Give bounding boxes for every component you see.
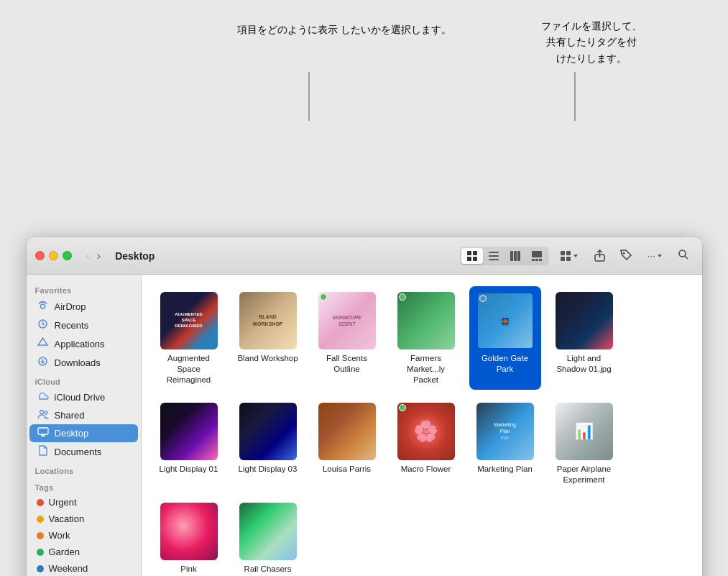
file-thumb-louisa — [318, 403, 376, 460]
file-grid: AUGMENTEDSPACEREIMAGINED Augmented Space… — [142, 275, 702, 576]
locations-label: Locations — [27, 461, 141, 477]
sidebar-item-downloads[interactable]: Downloads — [29, 353, 138, 372]
svg-rect-6 — [489, 252, 499, 253]
icloud-label: iCloud — [27, 372, 141, 388]
svg-rect-30 — [38, 428, 48, 434]
vacation-label: Vacation — [49, 513, 85, 524]
sidebar-item-documents[interactable]: Documents — [29, 442, 138, 461]
sidebar-section-favorites: Favorites AirDrop — [27, 280, 141, 372]
file-item-light-shadow[interactable]: Light and Shadow 01.jpg — [548, 286, 620, 390]
file-item-light01[interactable]: Light Display 01 — [153, 397, 225, 490]
desktop-icon — [37, 427, 50, 439]
file-thumb-light03 — [239, 403, 297, 460]
sidebar-item-weekend[interactable]: Weekend — [29, 560, 138, 576]
file-thumb-light-shadow — [556, 292, 613, 349]
svg-rect-19 — [566, 257, 571, 261]
svg-rect-12 — [532, 251, 542, 257]
file-item-rail[interactable]: Rail Chasers — [232, 497, 304, 576]
file-name-paper: Paper Airplane Experiment — [553, 464, 616, 485]
forward-button[interactable]: › — [94, 248, 103, 264]
svg-line-23 — [685, 256, 688, 259]
work-dot — [37, 532, 44, 539]
right-callout: ファイルを選択して、共有したりタグを付けたりします。 — [541, 18, 642, 66]
sidebar-item-vacation[interactable]: Vacation — [29, 511, 138, 527]
svg-rect-4 — [467, 257, 471, 261]
sidebar-section-tags: Tags Urgent Vacation Work Garden — [27, 477, 141, 576]
share-button[interactable] — [589, 247, 610, 265]
file-name-farmers: Farmers Market...ly Packet — [395, 353, 458, 385]
file-item-paper[interactable]: 📊 Paper Airplane Experiment — [548, 397, 620, 490]
sidebar-item-icloud-drive[interactable]: iCloud Drive — [29, 388, 138, 406]
file-item-light03[interactable]: Light Display 03 — [232, 397, 304, 490]
file-thumb-light01 — [160, 403, 218, 460]
traffic-lights — [35, 251, 72, 260]
file-item-marketing[interactable]: MarketingPlanPDF Marketing Plan — [469, 397, 541, 490]
file-item-louisa[interactable]: Louisa Parris — [311, 397, 383, 490]
applications-label: Applications — [55, 339, 105, 349]
file-item-augmented[interactable]: AUGMENTEDSPACEREIMAGINED Augmented Space… — [153, 286, 225, 390]
file-thumb-marketing: MarketingPlanPDF — [476, 403, 534, 460]
file-thumb-bland: BLANDWORKSHOP — [239, 292, 297, 349]
minimize-button[interactable] — [49, 251, 58, 260]
sidebar-section-icloud: iCloud iCloud Drive — [27, 372, 141, 461]
file-thumb-rail — [239, 503, 297, 560]
work-label: Work — [49, 530, 70, 541]
urgent-dot — [37, 499, 44, 506]
file-item-pink[interactable]: Pink — [153, 497, 225, 576]
finder-body: Favorites AirDrop — [27, 275, 702, 576]
list-view-button[interactable] — [483, 248, 504, 264]
file-item-farmers[interactable]: Farmers Market...ly Packet — [390, 286, 462, 390]
sidebar-item-desktop[interactable]: Desktop — [29, 424, 138, 442]
gallery-view-button[interactable] — [526, 248, 548, 264]
icon-view-button[interactable] — [461, 248, 483, 264]
file-name-light03: Light Display 03 — [239, 464, 298, 475]
weekend-dot — [37, 565, 44, 572]
file-thumb-augmented: AUGMENTEDSPACEREIMAGINED — [160, 292, 218, 349]
svg-rect-2 — [467, 251, 471, 255]
svg-rect-10 — [514, 251, 517, 261]
svg-marker-26 — [38, 338, 47, 345]
sidebar-item-garden[interactable]: Garden — [29, 544, 138, 560]
svg-rect-7 — [489, 255, 499, 257]
fullscreen-button[interactable] — [63, 251, 72, 260]
file-thumb-farmers — [397, 292, 455, 349]
shared-icon — [37, 409, 50, 421]
recents-label: Recents — [55, 320, 89, 331]
farmers-tag-dot — [399, 293, 406, 301]
file-name-macro: Macro Flower — [401, 464, 451, 475]
downloads-icon — [37, 356, 50, 369]
back-button[interactable]: ‹ — [83, 248, 93, 264]
tag-button[interactable] — [616, 247, 637, 265]
search-button[interactable] — [673, 246, 694, 266]
favorites-label: Favorites — [27, 280, 141, 297]
file-item-macro[interactable]: 🌸 Macro Flower — [390, 397, 462, 490]
svg-rect-16 — [561, 251, 565, 255]
file-item-golden[interactable]: 🌉 Golden Gate Park — [469, 286, 541, 390]
sidebar-item-work[interactable]: Work — [29, 527, 138, 544]
tags-label: Tags — [27, 477, 141, 494]
svg-rect-11 — [517, 251, 520, 261]
svg-point-21 — [622, 252, 625, 255]
sidebar-item-applications[interactable]: Applications — [29, 334, 138, 353]
file-thumb-macro: 🌸 — [397, 403, 455, 460]
svg-point-24 — [41, 304, 45, 308]
documents-label: Documents — [55, 447, 102, 457]
file-item-bland[interactable]: BLANDWORKSHOP Bland Workshop — [232, 286, 304, 390]
file-item-fall[interactable]: SIGNATURESCENT Fall Scents Outline — [311, 286, 383, 390]
sidebar-item-shared[interactable]: Shared — [29, 406, 138, 424]
svg-point-28 — [40, 411, 43, 414]
vacation-dot — [37, 516, 44, 523]
svg-rect-18 — [561, 257, 565, 261]
sidebar-item-airdrop[interactable]: AirDrop — [29, 297, 138, 316]
window-title: Desktop — [115, 250, 155, 262]
svg-rect-14 — [535, 259, 538, 261]
close-button[interactable] — [35, 251, 45, 260]
sidebar-item-urgent[interactable]: Urgent — [29, 494, 138, 511]
desktop-label: Desktop — [55, 428, 89, 439]
file-thumb-fall: SIGNATURESCENT — [318, 292, 376, 349]
column-view-button[interactable] — [504, 248, 526, 264]
file-thumb-paper: 📊 — [556, 403, 613, 460]
sidebar-item-recents[interactable]: Recents — [29, 316, 138, 334]
more-button[interactable]: ··· — [642, 248, 668, 263]
group-button[interactable] — [555, 248, 584, 264]
